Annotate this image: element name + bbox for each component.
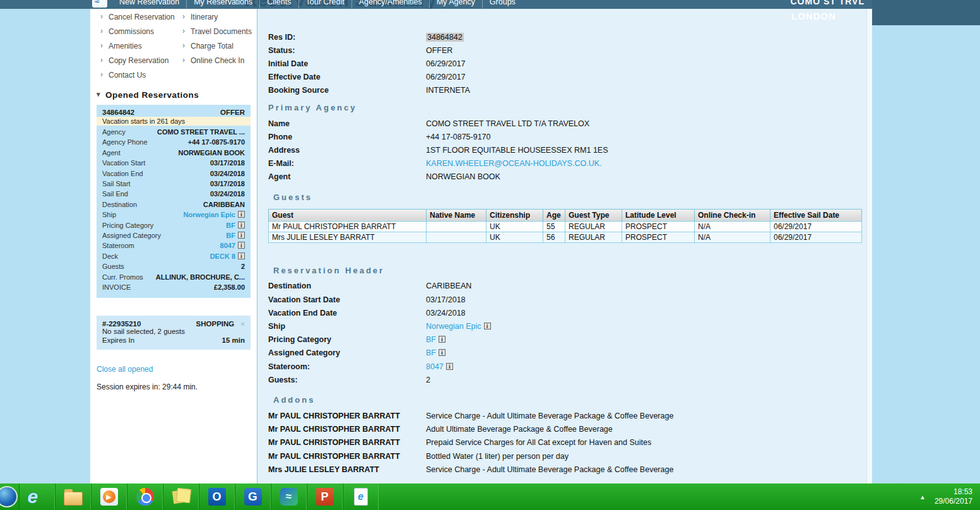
section-title-primary-agency: Primary Agency	[268, 103, 866, 112]
col-latitude-level[interactable]: Latitude Level	[622, 209, 695, 221]
assigned-category-link[interactable]: BF	[226, 232, 235, 239]
taskbar-sticky-notes-button[interactable]	[163, 483, 199, 510]
card-row-vacation-end: Vacation End 03/24/2018	[102, 169, 245, 179]
windows-taskbar: 18:53 29/06/2017	[0, 483, 980, 510]
outlook-icon	[208, 488, 226, 506]
assigned-category-link[interactable]: BF	[426, 348, 436, 357]
shopping-note: No sail selected, 2 guests	[102, 328, 245, 335]
info-icon[interactable]	[439, 336, 446, 343]
nav-agency-amenities[interactable]: Agency/Amenities	[352, 0, 430, 8]
guest-name-link[interactable]: Mrs JULIE LESLEY BARRATT	[269, 232, 427, 242]
taskbar-g-app-button[interactable]	[235, 483, 271, 510]
opened-reservation-card[interactable]: 34864842 OFFER Vacation starts in 261 da…	[97, 105, 251, 298]
col-effective-sail-date[interactable]: Effective Sail Date	[770, 209, 862, 221]
opened-reservations-header[interactable]: Opened Reservations	[97, 90, 257, 100]
start-button[interactable]	[0, 486, 18, 507]
shopping-cart-card[interactable]: #-22935210 SHOPPING No sail selected, 2 …	[97, 316, 251, 350]
guest-name-link[interactable]: Mr PAUL CHRISTOPHER BARRATT	[269, 221, 427, 232]
field-res-id: Res ID: 34864842	[268, 30, 866, 44]
info-icon[interactable]	[238, 222, 245, 228]
chrome-icon	[136, 488, 154, 506]
close-icon[interactable]	[240, 320, 245, 328]
info-icon[interactable]	[439, 349, 446, 356]
taskbar-media-player-button[interactable]	[91, 483, 127, 510]
taskbar-internet-explorer-button[interactable]	[19, 483, 55, 510]
nav-my-reservations[interactable]: My Reservations	[187, 0, 260, 8]
main-content: LONDON Res ID: 34864842 Status: OFFER In…	[257, 9, 866, 483]
col-age[interactable]: Age	[543, 209, 565, 221]
nav-groups[interactable]: Groups	[483, 0, 522, 8]
addon-row: Mr PAUL CHRISTOPHER BARRATT Bottled Wate…	[268, 449, 866, 463]
pricing-category-link[interactable]: BF	[226, 222, 235, 229]
stateroom-link[interactable]: 8047	[426, 362, 444, 371]
guest-row: Mr PAUL CHRISTOPHER BARRATT UK 55 REGULA…	[269, 221, 862, 232]
agency-email-link[interactable]: KAREN.WHEELER@OCEAN-HOLIDAYS.CO.UK.	[426, 159, 601, 168]
col-citizenship[interactable]: Citizenship	[487, 209, 543, 221]
reservation-id: 34864842	[102, 109, 134, 116]
card-row-deck: Deck DECK 8	[102, 251, 245, 261]
nav-clients[interactable]: Clients	[260, 0, 298, 8]
nav-new-reservation[interactable]: New Reservation	[112, 0, 187, 8]
info-icon[interactable]	[238, 242, 245, 249]
info-icon[interactable]	[238, 252, 245, 259]
card-row-agent: Agent NORWEGIAN BOOK	[102, 148, 245, 158]
sticky-notes-icon	[173, 489, 189, 505]
sidebar-item-contact-us[interactable]: Contact Us	[100, 71, 182, 80]
field-rh-assigned-category: Assigned Category BF	[268, 347, 866, 360]
sidebar-item-commissions[interactable]: Commissions	[100, 27, 182, 36]
info-icon[interactable]	[238, 211, 245, 218]
sidebar-item-copy-reservation[interactable]: Copy Reservation	[100, 56, 182, 65]
sidebar-item-travel-documents[interactable]: Travel Documents	[182, 27, 257, 36]
sidebar-item-amenities[interactable]: Amenities	[100, 42, 182, 50]
stateroom-link[interactable]: 8047	[220, 242, 235, 249]
card-row-pricing-category: Pricing Category BF	[102, 220, 245, 230]
ship-link[interactable]: Norwegian Epic	[183, 211, 235, 218]
card-row-agency: Agency COMO STREET TRAVEL ...	[102, 127, 245, 137]
shopping-status-badge: SHOPPING	[196, 320, 235, 328]
info-icon[interactable]	[238, 232, 245, 239]
browser-scrollbar[interactable]	[866, 9, 872, 483]
taskbar-outlook-button[interactable]	[199, 483, 235, 510]
taskbar-clock[interactable]: 18:53 29/06/2017	[935, 487, 972, 506]
tray-show-hidden-icons[interactable]	[919, 494, 926, 501]
cruise-line-logo-icon	[92, 0, 107, 8]
sidebar-item-online-check-in[interactable]: Online Check In	[182, 56, 257, 65]
field-rh-pricing-category: Pricing Category BF	[268, 333, 866, 347]
col-native-name[interactable]: Native Name	[427, 209, 487, 221]
taskbar-chrome-button[interactable]	[127, 483, 163, 510]
field-rh-destination: Destination CARIBBEAN	[268, 280, 866, 293]
sidebar-item-cancel-reservation[interactable]: Cancel Reservation	[100, 13, 182, 21]
taskbar-file-explorer-button[interactable]	[55, 483, 91, 510]
pricing-category-link[interactable]: BF	[426, 335, 436, 344]
taskbar-swoosh-app-button[interactable]	[271, 483, 307, 510]
info-icon[interactable]	[484, 323, 491, 329]
card-row-stateroom: Stateroom 8047	[102, 240, 245, 251]
g-app-icon	[244, 488, 262, 506]
desktop: Reservation Summary New Reservation My R…	[0, 0, 980, 510]
col-guest[interactable]: Guest	[269, 209, 427, 221]
addon-row: Mrs JULIE LESLEY BARRATT Service Charge …	[268, 463, 866, 476]
deck-link[interactable]: DECK 8	[210, 252, 235, 260]
clock-time: 18:53	[935, 487, 972, 497]
field-agency-name: Name COMO STREET TRAVEL LTD T/A TRAVELOX	[268, 117, 866, 130]
sidebar-item-charge-total[interactable]: Charge Total	[182, 42, 257, 50]
guests-table-header-row: Guest Native Name Citizenship Age Guest …	[269, 209, 862, 221]
field-initial-date: Initial Date 06/29/2017	[268, 57, 866, 70]
nav-my-agency[interactable]: My Agency	[430, 0, 483, 8]
res-id-value: 34864842	[426, 33, 464, 42]
taskbar-powerpoint-button[interactable]	[307, 483, 343, 510]
page-body: Cancel Reservation Itinerary Commissions…	[90, 9, 866, 483]
powerpoint-icon	[316, 488, 334, 506]
nav-tour-credit[interactable]: Tour Credit	[299, 0, 352, 8]
close-all-opened-link[interactable]: Close all opened	[97, 365, 257, 374]
taskbar-ie-document-button[interactable]	[343, 483, 379, 510]
info-icon[interactable]	[446, 363, 453, 370]
sidebar-item-itinerary[interactable]: Itinerary	[182, 13, 257, 21]
col-guest-type[interactable]: Guest Type	[565, 209, 622, 221]
ship-link[interactable]: Norwegian Epic	[426, 322, 481, 331]
sidebar-links: Cancel Reservation Itinerary Commissions…	[90, 13, 257, 80]
addon-row: Mr PAUL CHRISTOPHER BARRATT Service Char…	[268, 409, 866, 422]
col-online-check-in[interactable]: Online Check-in	[695, 209, 770, 221]
session-expiry-text: Session expires in: 29:44 min.	[97, 382, 257, 391]
background-window-band	[872, 0, 980, 25]
